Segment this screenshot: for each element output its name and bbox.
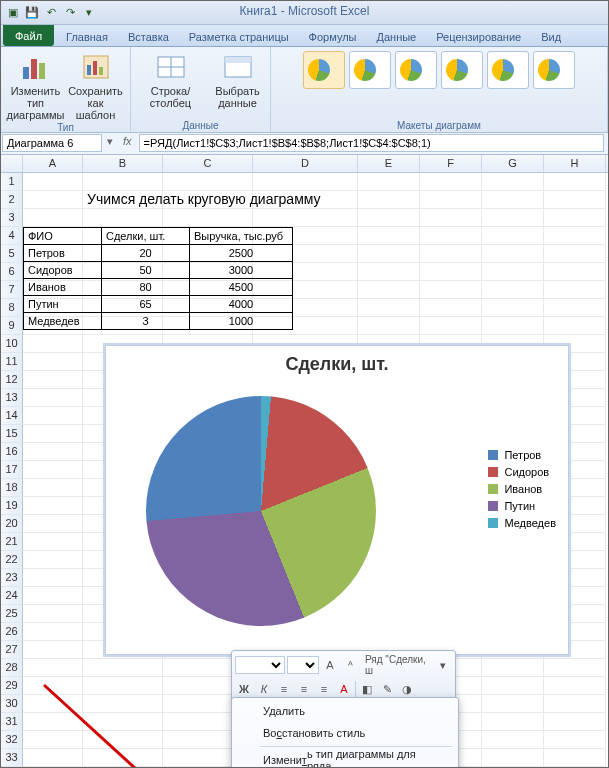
- tab-review[interactable]: Рецензирование: [426, 28, 531, 46]
- context-menu: УдалитьВосстановить стильИзменить тип ди…: [231, 697, 459, 767]
- chart-layout-2[interactable]: [349, 51, 391, 89]
- col-C[interactable]: C: [163, 155, 253, 172]
- row-header[interactable]: 24: [1, 587, 23, 605]
- redo-icon[interactable]: ↷: [62, 5, 78, 21]
- row-header[interactable]: 28: [1, 659, 23, 677]
- legend-item[interactable]: Петров: [488, 449, 556, 461]
- row-header[interactable]: 8: [1, 299, 23, 317]
- outline-icon[interactable]: ✎: [378, 680, 396, 698]
- row-header[interactable]: 6: [1, 263, 23, 281]
- legend-item[interactable]: Сидоров: [488, 466, 556, 478]
- row-header[interactable]: 4: [1, 227, 23, 245]
- row-header[interactable]: 20: [1, 515, 23, 533]
- quick-access-toolbar: ▣ 💾 ↶ ↷ ▾: [1, 1, 608, 25]
- tab-data[interactable]: Данные: [366, 28, 426, 46]
- row-header[interactable]: 25: [1, 605, 23, 623]
- italic-icon[interactable]: К: [255, 680, 273, 698]
- row-header[interactable]: 1: [1, 173, 23, 191]
- row-header[interactable]: 2: [1, 191, 23, 209]
- row-header[interactable]: 33: [1, 749, 23, 767]
- font-select[interactable]: [235, 656, 285, 674]
- legend-item[interactable]: Путин: [488, 500, 556, 512]
- fill-color-icon[interactable]: ◧: [358, 680, 376, 698]
- col-A[interactable]: A: [23, 155, 83, 172]
- row-header[interactable]: 12: [1, 371, 23, 389]
- ribbon: Изменить тип диаграммы Сохранить как шаб…: [1, 47, 608, 133]
- name-box-input[interactable]: [2, 134, 102, 152]
- menu-item[interactable]: Восстановить стиль: [234, 722, 456, 744]
- font-color-icon[interactable]: A: [335, 680, 353, 698]
- tab-formulas[interactable]: Формулы: [299, 28, 367, 46]
- row-header[interactable]: 16: [1, 443, 23, 461]
- row-header[interactable]: 15: [1, 425, 23, 443]
- fx-icon[interactable]: fx: [117, 133, 138, 154]
- col-G[interactable]: G: [482, 155, 544, 172]
- row-header[interactable]: 29: [1, 677, 23, 695]
- row-header[interactable]: 32: [1, 731, 23, 749]
- dropdown-icon[interactable]: ▾: [434, 656, 452, 674]
- shrink-font-icon[interactable]: ᴬ: [341, 656, 359, 674]
- save-icon[interactable]: 💾: [24, 5, 40, 21]
- row-header[interactable]: 17: [1, 461, 23, 479]
- row-header[interactable]: 31: [1, 713, 23, 731]
- row-header[interactable]: 11: [1, 353, 23, 371]
- row-header[interactable]: 23: [1, 569, 23, 587]
- change-chart-type-button[interactable]: Изменить тип диаграммы: [7, 49, 65, 121]
- chart-legend[interactable]: ПетровСидоровИвановПутинМедведев: [488, 444, 556, 534]
- file-tab[interactable]: Файл: [3, 25, 54, 46]
- chart-layout-1[interactable]: [303, 51, 345, 89]
- tab-insert[interactable]: Вставка: [118, 28, 179, 46]
- col-E[interactable]: E: [358, 155, 420, 172]
- col-B[interactable]: B: [83, 155, 163, 172]
- qat-dropdown-icon[interactable]: ▾: [81, 5, 97, 21]
- chart-layout-3[interactable]: [395, 51, 437, 89]
- name-box-dropdown-icon[interactable]: ▾: [103, 133, 117, 154]
- pie-series[interactable]: [146, 396, 376, 626]
- align-left-icon[interactable]: ≡: [275, 680, 293, 698]
- chart-layout-4[interactable]: [441, 51, 483, 89]
- row-header[interactable]: 27: [1, 641, 23, 659]
- legend-item[interactable]: Иванов: [488, 483, 556, 495]
- row-header[interactable]: 21: [1, 533, 23, 551]
- col-D[interactable]: D: [253, 155, 358, 172]
- align-center-icon[interactable]: ≡: [295, 680, 313, 698]
- chart-object[interactable]: Сделки, шт. ПетровСидоровИвановПутинМедв…: [105, 345, 569, 655]
- align-right-icon[interactable]: ≡: [315, 680, 333, 698]
- bold-icon[interactable]: Ж: [235, 680, 253, 698]
- chart-title[interactable]: Сделки, шт.: [106, 346, 568, 383]
- row-header[interactable]: 9: [1, 317, 23, 335]
- row-header[interactable]: 18: [1, 479, 23, 497]
- row-header[interactable]: 10: [1, 335, 23, 353]
- select-all-corner[interactable]: [1, 155, 23, 172]
- tab-layout[interactable]: Разметка страницы: [179, 28, 299, 46]
- formula-input[interactable]: [139, 134, 604, 152]
- legend-item[interactable]: Медведев: [488, 517, 556, 529]
- row-header[interactable]: 19: [1, 497, 23, 515]
- undo-icon[interactable]: ↶: [43, 5, 59, 21]
- save-template-label: Сохранить как шаблон: [67, 85, 125, 121]
- row-header[interactable]: 13: [1, 389, 23, 407]
- row-header[interactable]: 14: [1, 407, 23, 425]
- select-data-button[interactable]: Выбрать данные: [209, 49, 267, 109]
- row-header[interactable]: 22: [1, 551, 23, 569]
- chart-layout-6[interactable]: [533, 51, 575, 89]
- pie-plot-area[interactable]: [146, 396, 376, 626]
- tab-home[interactable]: Главная: [56, 28, 118, 46]
- row-header[interactable]: 30: [1, 695, 23, 713]
- row-header[interactable]: 26: [1, 623, 23, 641]
- row-header[interactable]: 5: [1, 245, 23, 263]
- col-H[interactable]: H: [544, 155, 606, 172]
- chart-layout-5[interactable]: [487, 51, 529, 89]
- row-header[interactable]: 7: [1, 281, 23, 299]
- grow-font-icon[interactable]: A: [321, 656, 339, 674]
- switch-row-col-button[interactable]: Строка/столбец: [135, 49, 207, 109]
- menu-item[interactable]: Изменить тип диаграммы для ряда...: [234, 749, 456, 767]
- tab-view[interactable]: Вид: [531, 28, 571, 46]
- row-header[interactable]: 3: [1, 209, 23, 227]
- font-size-select[interactable]: [287, 656, 319, 674]
- menu-item[interactable]: Удалить: [234, 700, 456, 722]
- col-F[interactable]: F: [420, 155, 482, 172]
- formula-bar: ▾ fx: [1, 133, 608, 155]
- effects-icon[interactable]: ◑: [398, 680, 416, 698]
- save-template-button[interactable]: Сохранить как шаблон: [67, 49, 125, 121]
